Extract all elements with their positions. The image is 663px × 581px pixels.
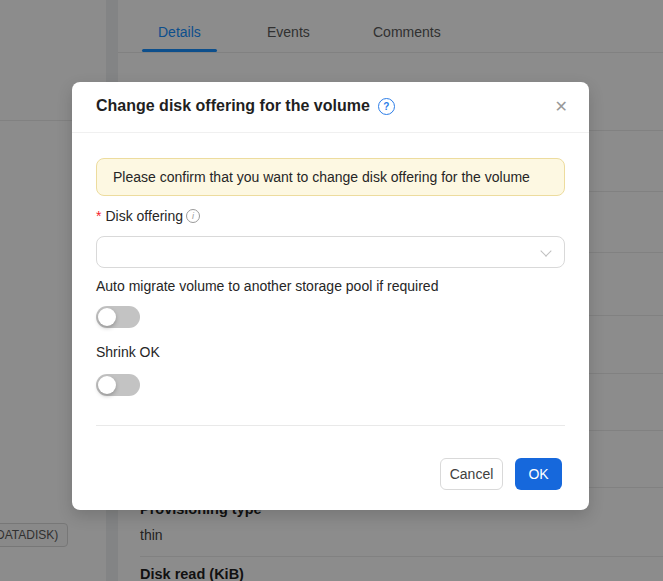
shrink-ok-toggle[interactable] <box>96 374 140 396</box>
confirm-warning-alert: Please confirm that you want to change d… <box>96 158 565 196</box>
auto-migrate-toggle[interactable] <box>96 306 140 328</box>
dialog-title-text: Change disk offering for the volume <box>96 97 370 115</box>
cancel-button[interactable]: Cancel <box>440 458 503 490</box>
dialog-header: Change disk offering for the volume ? ✕ <box>72 82 589 133</box>
ok-button[interactable]: OK <box>515 458 562 490</box>
disk-offering-select[interactable] <box>96 236 565 268</box>
chevron-down-icon <box>540 245 551 256</box>
toggle-knob <box>98 376 116 394</box>
auto-migrate-label: Auto migrate volume to another storage p… <box>96 278 438 294</box>
required-asterisk: * <box>96 208 101 224</box>
change-disk-offering-dialog: Change disk offering for the volume ? ✕ … <box>72 82 589 510</box>
disk-offering-label-text: Disk offering <box>105 208 183 224</box>
shrink-ok-label: Shrink OK <box>96 344 160 360</box>
divider <box>96 425 565 426</box>
dialog-title: Change disk offering for the volume ? <box>96 97 395 115</box>
help-icon[interactable]: ? <box>378 98 395 115</box>
disk-offering-field-label: * Disk offering i <box>96 208 200 224</box>
toggle-knob <box>98 308 116 326</box>
close-icon[interactable]: ✕ <box>555 97 568 117</box>
info-icon: i <box>186 209 200 223</box>
